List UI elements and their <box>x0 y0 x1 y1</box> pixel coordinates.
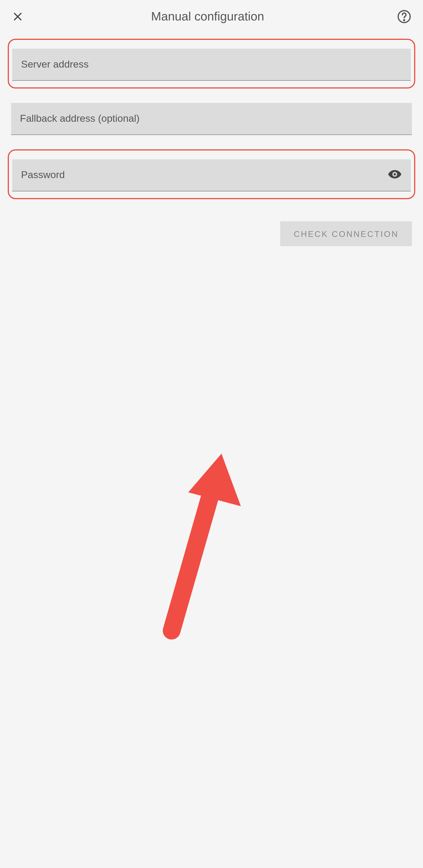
server-address-highlight <box>8 39 415 89</box>
header-bar: Manual configuration <box>0 0 423 33</box>
server-address-input[interactable] <box>21 59 402 70</box>
fallback-address-wrapper <box>11 103 412 135</box>
annotation-arrow <box>155 448 255 642</box>
help-icon <box>397 9 411 24</box>
fallback-address-input[interactable] <box>20 113 403 125</box>
toggle-password-visibility[interactable] <box>388 167 402 183</box>
password-input[interactable] <box>21 169 402 181</box>
page-title: Manual configuration <box>19 9 396 24</box>
check-connection-button[interactable]: CHECK CONNECTION <box>280 221 412 246</box>
password-wrapper <box>12 159 411 191</box>
svg-point-3 <box>404 20 404 21</box>
form-section <box>0 33 423 219</box>
button-row: CHECK CONNECTION <box>0 219 423 248</box>
password-highlight <box>8 150 415 199</box>
help-button[interactable] <box>396 9 412 24</box>
eye-icon <box>388 167 402 181</box>
server-address-wrapper <box>12 49 411 81</box>
